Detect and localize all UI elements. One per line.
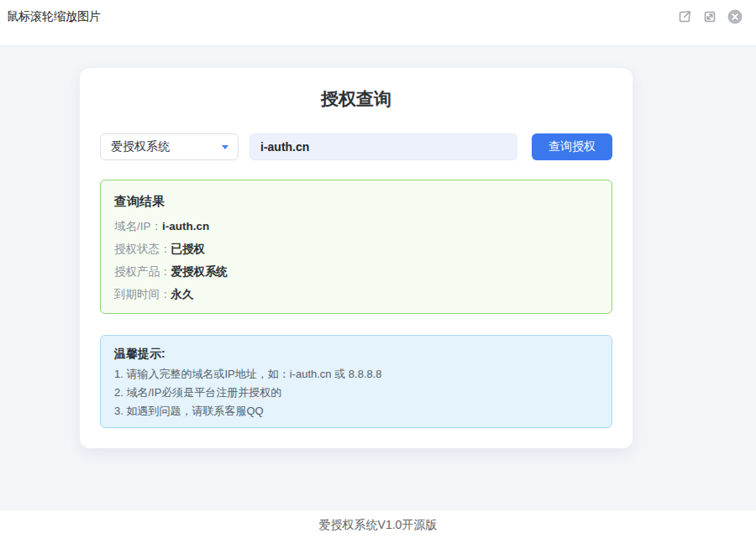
open-external-icon[interactable]	[675, 8, 694, 26]
result-value: i-auth.cn	[162, 220, 209, 232]
query-auth-button[interactable]: 查询授权	[532, 133, 612, 160]
page-title: 授权查询	[100, 88, 612, 110]
result-value: 永久	[171, 288, 194, 300]
chevron-down-icon	[222, 145, 228, 149]
tips-item-3: 3. 如遇到问题，请联系客服QQ	[114, 405, 598, 417]
viewer-panel: 授权查询 爱授权系统 查询授权 查询结果 域名/IP：i-auth.cn 授权状…	[0, 45, 756, 510]
result-value: 已授权	[171, 243, 206, 255]
query-result-box: 查询结果 域名/IP：i-auth.cn 授权状态：已授权 授权产品：爱授权系统…	[100, 180, 612, 314]
result-row-product: 授权产品：爱授权系统	[114, 266, 598, 278]
footer-version-text: 爱授权系统V1.0开源版	[319, 518, 438, 531]
fullscreen-icon[interactable]	[701, 8, 719, 26]
query-form: 爱授权系统 查询授权	[100, 133, 612, 160]
tips-item-1: 1. 请输入完整的域名或IP地址，如：i-auth.cn 或 8.8.8.8	[114, 368, 598, 380]
zoom-hint-text: 鼠标滚轮缩放图片	[7, 8, 101, 24]
tips-box: 温馨提示: 1. 请输入完整的域名或IP地址，如：i-auth.cn 或 8.8…	[100, 335, 612, 428]
result-label: 授权产品：	[114, 265, 171, 278]
domain-input[interactable]	[249, 133, 517, 160]
page-footer: 爱授权系统V1.0开源版	[0, 510, 756, 533]
product-select-value: 爱授权系统	[111, 139, 222, 154]
product-select[interactable]: 爱授权系统	[100, 133, 239, 160]
result-label: 域名/IP：	[114, 220, 162, 232]
result-row-domain: 域名/IP：i-auth.cn	[114, 221, 598, 232]
result-title: 查询结果	[114, 194, 598, 210]
result-label: 到期时间：	[114, 288, 171, 300]
auth-query-card: 授权查询 爱授权系统 查询授权 查询结果 域名/IP：i-auth.cn 授权状…	[80, 68, 633, 448]
result-label: 授权状态：	[114, 243, 171, 255]
result-value: 爱授权系统	[171, 265, 228, 278]
tips-title: 温馨提示:	[114, 347, 598, 362]
tips-item-2: 2. 域名/IP必须是平台注册并授权的	[114, 386, 598, 399]
close-icon[interactable]	[726, 8, 744, 26]
result-row-expiry: 到期时间：永久	[114, 289, 598, 300]
viewer-controls	[675, 8, 744, 26]
result-row-status: 授权状态：已授权	[114, 243, 598, 255]
top-bar: 鼠标滚轮缩放图片	[0, 0, 756, 45]
